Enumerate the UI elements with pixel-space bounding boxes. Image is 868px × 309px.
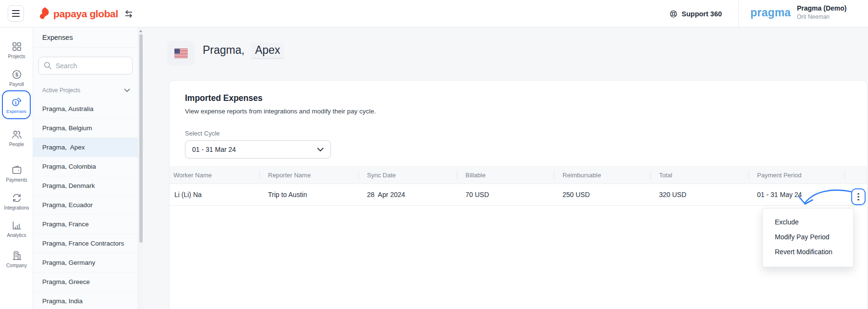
context-menu: Exclude Modify Pay Period Revert Modific… — [762, 208, 854, 267]
menu-item-exclude[interactable]: Exclude — [763, 215, 853, 230]
sidebar-item-pragma-apex[interactable]: Pragma, Apex — [33, 138, 143, 157]
account-menu[interactable]: Pragma (Demo) Orit Neeman — [797, 5, 846, 20]
sidebar-item-pragma-denmark[interactable]: Pragma, Denmark — [33, 176, 143, 196]
lifebuoy-icon — [669, 10, 678, 18]
hamburger-menu-button[interactable] — [8, 5, 24, 22]
rail-label: Payroll — [0, 82, 33, 87]
account-name: Pragma (Demo) — [797, 5, 846, 12]
rail-item-integrations[interactable]: Integrations — [0, 192, 33, 210]
grid-icon — [0, 41, 33, 52]
chevron-down-icon — [317, 148, 324, 152]
rail-label: People — [0, 142, 33, 147]
imported-expenses-card: Imported Expenses View expense reports f… — [169, 80, 868, 309]
column-header-worker-name: Worker Name — [170, 167, 259, 184]
papaya-logo-text: papaya global — [53, 8, 118, 20]
papaya-logo-icon — [37, 7, 50, 21]
cell-reimbursable: 250 USD — [554, 191, 650, 198]
search-input[interactable] — [56, 62, 118, 70]
cycle-value: 01 - 31 Mar 24 — [192, 146, 236, 153]
sidebar-item-pragma-france-contractors[interactable]: Pragma, France Contractors — [33, 234, 143, 253]
active-projects-toggle[interactable]: Active Projects — [33, 84, 143, 97]
account-user: Orit Neeman — [797, 14, 846, 20]
rail-item-analytics[interactable]: Analytics — [0, 220, 33, 238]
integrations-icon — [0, 192, 33, 204]
column-header-reimbursable: Reimbursable — [554, 167, 650, 184]
sidebar-item-pragma-greece[interactable]: Pragma, Greece — [33, 272, 143, 292]
card-title: Imported Expenses — [185, 93, 852, 103]
rail-item-projects[interactable]: Projects — [0, 41, 33, 59]
column-header-billable: Billable — [457, 167, 554, 184]
page-title-prefix: Pragma, — [203, 44, 245, 57]
search-box[interactable] — [38, 57, 133, 74]
sidebar-item-pragma-belgium[interactable]: Pragma, Belgium — [33, 119, 143, 138]
search-icon — [44, 62, 52, 70]
table-row[interactable]: Li (Li) Na Trip to Austin 28 Apr 2024 70… — [170, 184, 867, 206]
nav-rail: Projects $ Payroll 1 Expenses — [0, 27, 33, 309]
sidebar-item-pragma-ecuador[interactable]: Pragma, Ecuador — [33, 196, 143, 215]
support-360-button[interactable]: Support 360 — [669, 0, 722, 27]
us-flag-icon — [174, 49, 188, 58]
country-flag-tile — [167, 41, 195, 66]
topbar-divider — [738, 0, 739, 27]
people-icon — [0, 129, 33, 140]
cell-worker-name: Li (Li) Na — [170, 191, 259, 198]
chevron-down-icon — [124, 88, 130, 92]
cell-sync-date: 28 Apr 2024 — [358, 191, 457, 198]
sidebar-title: Expenses — [33, 27, 143, 48]
company-icon — [0, 250, 33, 261]
support-label: Support 360 — [682, 10, 722, 18]
menu-item-revert-modification[interactable]: Revert Modification — [763, 245, 853, 260]
group-label: Active Projects — [42, 87, 80, 94]
rail-item-payments[interactable]: Payments — [0, 164, 33, 183]
page-title: Pragma, Apex — [203, 43, 284, 59]
row-menu-button[interactable] — [851, 188, 866, 205]
svg-text:1: 1 — [14, 100, 17, 105]
payroll-icon: $ — [0, 69, 33, 80]
column-header-reporter-name: Reporter Name — [259, 167, 358, 184]
cell-payment-period: 01 - 31 May 24 — [748, 191, 844, 198]
vertical-dots-icon — [857, 193, 859, 195]
sidebar-item-pragma-australia[interactable]: Pragma, Australia — [33, 99, 143, 119]
pragma-brand-logo: pragma — [750, 6, 791, 19]
sidebar-item-pragma-colombia[interactable]: Pragma, Colombia — [33, 157, 143, 176]
cycle-select[interactable]: 01 - 31 Mar 24 — [185, 140, 331, 159]
sidebar-item-pragma-france[interactable]: Pragma, France — [33, 215, 143, 234]
cell-billable: 70 USD — [457, 191, 554, 198]
cell-reporter-name: Trip to Austin — [259, 191, 358, 198]
rail-item-payroll[interactable]: $ Payroll — [0, 69, 33, 87]
page-title-suffix: Apex — [251, 43, 284, 59]
payments-icon — [0, 164, 33, 176]
rail-label: Payments — [0, 177, 33, 183]
menu-item-modify-pay-period[interactable]: Modify Pay Period — [763, 230, 853, 245]
rail-label: Analytics — [0, 233, 33, 238]
rail-label: Company — [0, 263, 33, 268]
papaya-logo: papaya global — [37, 0, 118, 27]
column-header-sync-date: Sync Date — [358, 167, 457, 184]
rail-label: Projects — [0, 54, 33, 59]
table-header-row: Worker Name Reporter Name Sync Date Bill… — [170, 166, 867, 184]
sidebar-scrollbar[interactable] — [138, 27, 143, 309]
sidebar-item-pragma-india[interactable]: Pragma, India — [33, 292, 143, 309]
rail-item-people[interactable]: People — [0, 129, 33, 147]
column-header-payment-period: Payment Period — [748, 167, 844, 184]
sidebar-item-pragma-germany[interactable]: Pragma, Germany — [33, 253, 143, 272]
svg-text:$: $ — [15, 72, 18, 77]
expenses-sidebar: Expenses Active Projects Pragma, Austral… — [33, 27, 143, 309]
column-header-actions — [844, 167, 867, 184]
card-subtitle: View expense reports from integrations a… — [185, 107, 852, 115]
scroll-up-arrow[interactable] — [139, 30, 142, 32]
scrollbar-thumb[interactable] — [139, 34, 143, 243]
expenses-icon: 1 — [11, 96, 22, 108]
project-list: Pragma, Australia Pragma, Belgium Pragma… — [33, 99, 143, 309]
cell-total: 320 USD — [650, 191, 748, 198]
rail-label: Expenses — [6, 109, 26, 114]
top-bar: papaya global Support 360 pragma Pragma … — [0, 0, 868, 27]
main-content: Pragma, Apex Imported Expenses View expe… — [143, 27, 868, 309]
expenses-table: Worker Name Reporter Name Sync Date Bill… — [170, 166, 867, 206]
swap-panels-icon[interactable] — [123, 10, 134, 18]
rail-item-expenses[interactable]: 1 Expenses — [2, 90, 31, 119]
rail-item-company[interactable]: Company — [0, 250, 33, 268]
analytics-icon — [0, 220, 33, 231]
column-header-total: Total — [650, 167, 748, 184]
cycle-label: Select Cycle — [185, 130, 852, 137]
